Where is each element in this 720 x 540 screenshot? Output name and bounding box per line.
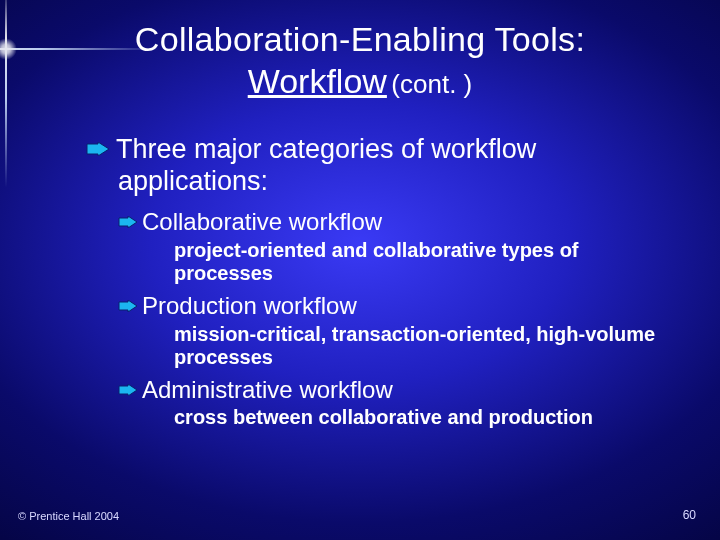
copyright: © Prentice Hall 2004	[18, 510, 119, 522]
bullet-arrow-icon	[118, 300, 138, 312]
item-1: Collaborative workflow project-oriented …	[118, 208, 680, 286]
item-3-title: Administrative workflow	[144, 376, 680, 405]
title-cont: (cont. )	[391, 69, 472, 99]
item-1-title: Collaborative workflow	[144, 208, 680, 237]
svg-marker-2	[119, 300, 137, 312]
item-2-title-text: Production workflow	[142, 292, 357, 319]
item-2-title: Production workflow	[144, 292, 680, 321]
main-heading: Three major categories of workflow appli…	[118, 134, 680, 198]
item-2: Production workflow mission-critical, tr…	[118, 292, 680, 370]
title-line-2: Workflow (cont. )	[0, 62, 720, 101]
item-3-title-text: Administrative workflow	[142, 376, 393, 403]
title-line-1: Collaboration-Enabling Tools:	[0, 20, 720, 59]
main-heading-text: Three major categories of workflow appli…	[116, 134, 536, 196]
item-3-desc: cross between collaborative and producti…	[174, 406, 680, 430]
bullet-arrow-icon	[118, 384, 138, 396]
bullet-arrow-icon	[86, 142, 110, 156]
slide-body: Three major categories of workflow appli…	[118, 134, 680, 436]
svg-marker-3	[119, 384, 137, 396]
bullet-arrow-icon	[118, 216, 138, 228]
page-number: 60	[683, 508, 696, 522]
item-1-title-text: Collaborative workflow	[142, 208, 382, 235]
svg-marker-1	[119, 216, 137, 228]
item-1-desc: project-oriented and collaborative types…	[174, 239, 680, 286]
item-2-desc: mission-critical, transaction-oriented, …	[174, 323, 680, 370]
slide-title: Collaboration-Enabling Tools: Workflow (…	[0, 20, 720, 101]
title-workflow: Workflow	[248, 62, 387, 100]
svg-marker-0	[87, 142, 109, 156]
item-3: Administrative workflow cross between co…	[118, 376, 680, 430]
